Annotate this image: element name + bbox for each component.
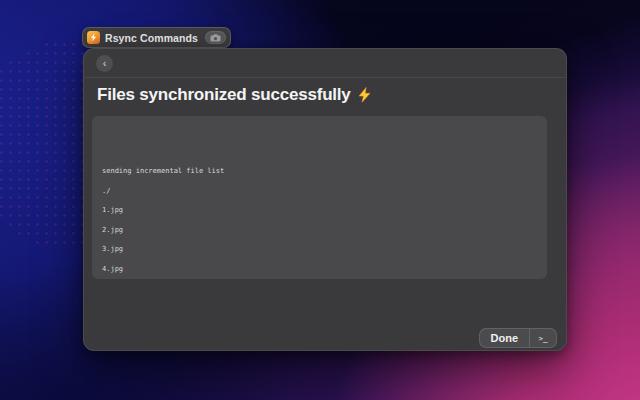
lightning-icon <box>357 87 372 103</box>
app-tab-title: Rsync Commands <box>105 32 200 44</box>
terminal-lines: sending incremental file list./1.jpg2.jp… <box>102 162 537 279</box>
terminal-line: ./ <box>102 182 537 202</box>
page-title: Files synchronized successfully <box>97 85 552 105</box>
window-header: ‹ <box>84 49 566 78</box>
terminal-prompt-icon[interactable]: >_ <box>530 329 556 347</box>
terminal-line: sending incremental file list <box>102 162 537 182</box>
terminal-line: 3.jpg <box>102 240 537 260</box>
rsync-app-icon <box>87 31 100 44</box>
done-button[interactable]: Done <box>480 329 530 347</box>
page-title-text: Files synchronized successfully <box>97 85 351 105</box>
terminal-line: 1.jpg <box>102 201 537 221</box>
rsync-result-window: ‹ Files synchronized successfully sendin… <box>83 48 567 351</box>
terminal-line: 4.jpg <box>102 260 537 280</box>
terminal-line: 2.jpg <box>102 221 537 241</box>
camera-icon[interactable] <box>205 31 226 44</box>
done-action-pill[interactable]: Done >_ <box>479 328 558 348</box>
back-button[interactable]: ‹ <box>96 55 113 72</box>
app-tab-rsync-commands[interactable]: Rsync Commands <box>82 27 231 48</box>
chevron-left-icon: ‹ <box>103 58 107 69</box>
terminal-output: sending incremental file list./1.jpg2.jp… <box>92 116 547 279</box>
